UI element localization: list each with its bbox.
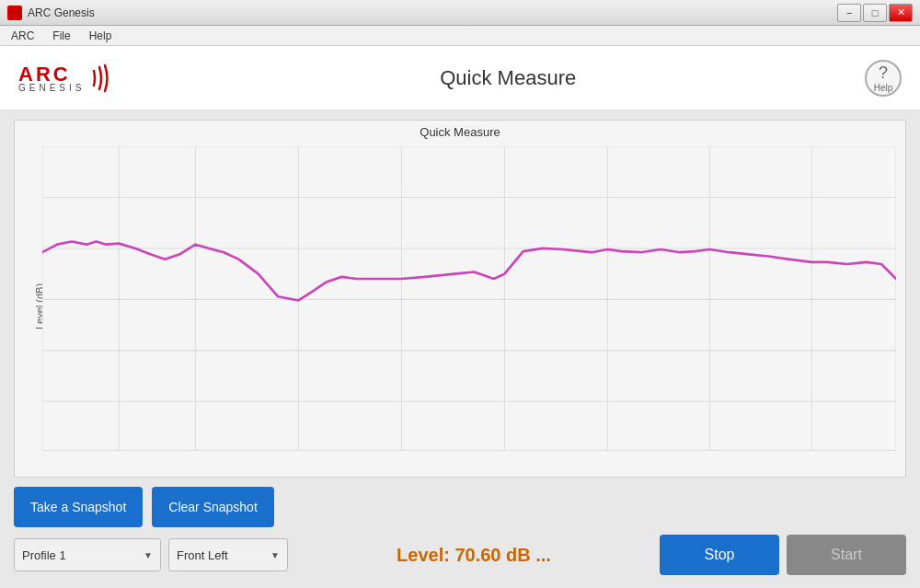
chart-body: Level (dB) [15,142,905,470]
help-label: Help [874,83,893,93]
chart-title: Quick Measure [15,121,905,142]
signal-waves-icon [88,63,114,93]
title-bar: ARC Genesis − □ ✕ [0,0,920,26]
start-button[interactable]: Start [787,535,906,575]
maximize-button[interactable]: □ [863,4,887,22]
channel-value: Front Left [177,548,228,562]
help-button[interactable]: ? Help [865,60,902,97]
window-title: ARC Genesis [28,6,95,19]
status-row: Profile 1 ▼ Front Left ▼ Level: 70.60 dB… [14,535,906,575]
clear-snapshot-button[interactable]: Clear Snapshot [152,487,274,527]
menu-arc[interactable]: ARC [4,28,41,44]
profile-dropdown-arrow: ▼ [144,550,153,560]
app-icon [7,6,22,20]
level-display: Level: 70.60 dB ... [295,545,652,566]
logo-genesis: GENESIS [18,83,85,93]
take-snapshot-button[interactable]: Take a Snapshot [14,487,143,527]
stop-button[interactable]: Stop [660,535,779,575]
chart-container: Quick Measure Level (dB) [14,120,906,478]
minimize-button[interactable]: − [837,4,861,22]
close-button[interactable]: ✕ [889,4,913,22]
bottom-controls: Take a Snapshot Clear Snapshot Profile 1… [14,487,906,579]
header-area: ARC GENESIS Quick Measure ? Help [0,46,920,110]
page-title: Quick Measure [114,66,902,90]
channel-dropdown-arrow: ▼ [270,550,280,560]
menu-bar: ARC File Help [0,26,920,46]
profile-dropdown[interactable]: Profile 1 ▼ [14,538,161,571]
main-content: Quick Measure Level (dB) [0,110,920,588]
question-mark-icon: ? [879,63,888,83]
title-bar-buttons: − □ ✕ [837,4,913,22]
logo-area: ARC GENESIS [18,63,114,93]
logo-text: ARC GENESIS [18,63,85,93]
menu-file[interactable]: File [45,28,77,44]
channel-dropdown[interactable]: Front Left ▼ [168,538,288,571]
frequency-chart: 90 80 70 60 50 40 15 20 50 100 200 500 1… [42,146,896,451]
title-bar-left: ARC Genesis [7,6,95,20]
svg-rect-0 [42,146,896,451]
menu-help[interactable]: Help [82,28,120,44]
profile-value: Profile 1 [22,548,66,562]
snapshot-row: Take a Snapshot Clear Snapshot [14,487,906,527]
